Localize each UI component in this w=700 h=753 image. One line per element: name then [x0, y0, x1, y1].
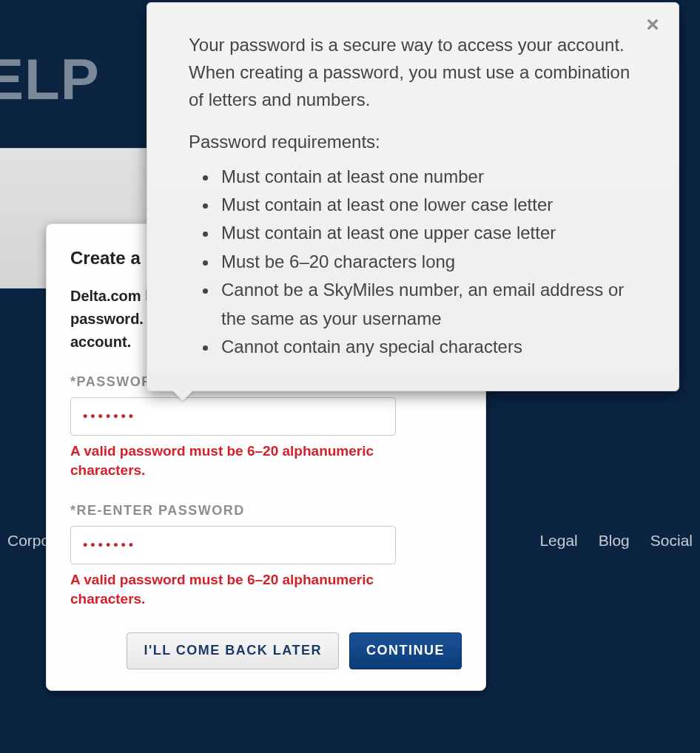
reenter-field-group: *RE-ENTER PASSWORD A valid password must… [70, 503, 462, 608]
requirement-item: Must contain at least one number [218, 163, 642, 191]
footer-link-social[interactable]: Social [650, 532, 693, 550]
requirement-item: Cannot be a SkyMiles number, an email ad… [218, 276, 642, 333]
requirement-item: Cannot contain any special characters [218, 333, 642, 361]
reenter-password-label: *RE-ENTER PASSWORD [70, 503, 245, 519]
reenter-password-error: A valid password must be 6–20 alphanumer… [70, 570, 425, 608]
page-title: ELP [0, 46, 100, 113]
requirement-item: Must be 6–20 characters long [218, 248, 642, 276]
come-back-later-button[interactable]: I'LL COME BACK LATER [127, 632, 339, 669]
tooltip-caret-icon [172, 391, 193, 401]
footer-link-legal[interactable]: Legal [539, 532, 577, 550]
tooltip-subheading: Password requirements: [189, 132, 642, 152]
continue-button[interactable]: CONTINUE [349, 632, 462, 669]
tooltip-description: Your password is a secure way to access … [189, 31, 642, 114]
close-icon[interactable]: × [643, 16, 662, 36]
password-error: A valid password must be 6–20 alphanumer… [70, 442, 425, 479]
requirements-list: Must contain at least one number Must co… [189, 163, 642, 362]
button-row: I'LL COME BACK LATER CONTINUE [70, 632, 462, 669]
password-input[interactable] [70, 397, 396, 436]
requirement-item: Must contain at least one lower case let… [218, 191, 642, 219]
password-requirements-tooltip: × Your password is a secure way to acces… [147, 2, 679, 391]
reenter-password-input[interactable] [70, 526, 396, 564]
requirement-item: Must contain at least one upper case let… [218, 219, 642, 247]
footer-link-blog[interactable]: Blog [599, 532, 630, 550]
